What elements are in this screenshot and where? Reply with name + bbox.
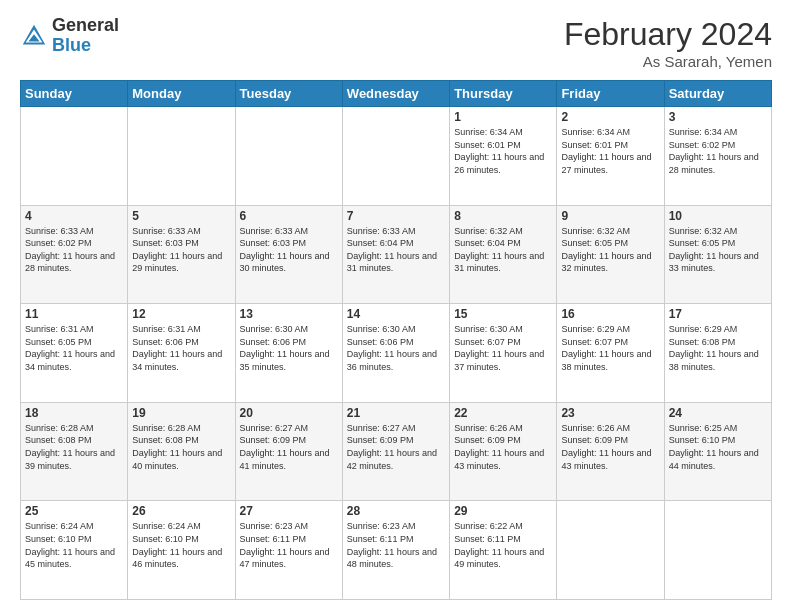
- day-number: 14: [347, 307, 445, 321]
- day-number: 20: [240, 406, 338, 420]
- logo-text: General Blue: [52, 16, 119, 56]
- calendar-cell: 16Sunrise: 6:29 AM Sunset: 6:07 PM Dayli…: [557, 304, 664, 403]
- calendar-cell: [21, 107, 128, 206]
- calendar-cell: 3Sunrise: 6:34 AM Sunset: 6:02 PM Daylig…: [664, 107, 771, 206]
- calendar-day-header: Saturday: [664, 81, 771, 107]
- day-number: 5: [132, 209, 230, 223]
- day-info: Sunrise: 6:28 AM Sunset: 6:08 PM Dayligh…: [25, 422, 123, 472]
- day-number: 9: [561, 209, 659, 223]
- day-info: Sunrise: 6:31 AM Sunset: 6:05 PM Dayligh…: [25, 323, 123, 373]
- calendar-cell: 9Sunrise: 6:32 AM Sunset: 6:05 PM Daylig…: [557, 205, 664, 304]
- day-number: 26: [132, 504, 230, 518]
- calendar-cell: 17Sunrise: 6:29 AM Sunset: 6:08 PM Dayli…: [664, 304, 771, 403]
- logo: General Blue: [20, 16, 119, 56]
- calendar-day-header: Tuesday: [235, 81, 342, 107]
- day-info: Sunrise: 6:30 AM Sunset: 6:06 PM Dayligh…: [347, 323, 445, 373]
- calendar-cell: 19Sunrise: 6:28 AM Sunset: 6:08 PM Dayli…: [128, 402, 235, 501]
- calendar-cell: [235, 107, 342, 206]
- calendar-cell: 25Sunrise: 6:24 AM Sunset: 6:10 PM Dayli…: [21, 501, 128, 600]
- calendar-cell: 2Sunrise: 6:34 AM Sunset: 6:01 PM Daylig…: [557, 107, 664, 206]
- day-info: Sunrise: 6:27 AM Sunset: 6:09 PM Dayligh…: [240, 422, 338, 472]
- calendar-week-row: 4Sunrise: 6:33 AM Sunset: 6:02 PM Daylig…: [21, 205, 772, 304]
- calendar-week-row: 18Sunrise: 6:28 AM Sunset: 6:08 PM Dayli…: [21, 402, 772, 501]
- calendar-cell: 22Sunrise: 6:26 AM Sunset: 6:09 PM Dayli…: [450, 402, 557, 501]
- day-info: Sunrise: 6:30 AM Sunset: 6:06 PM Dayligh…: [240, 323, 338, 373]
- calendar-cell: 12Sunrise: 6:31 AM Sunset: 6:06 PM Dayli…: [128, 304, 235, 403]
- day-number: 1: [454, 110, 552, 124]
- day-info: Sunrise: 6:26 AM Sunset: 6:09 PM Dayligh…: [454, 422, 552, 472]
- title-block: February 2024 As Sararah, Yemen: [564, 16, 772, 70]
- day-number: 6: [240, 209, 338, 223]
- day-info: Sunrise: 6:34 AM Sunset: 6:01 PM Dayligh…: [561, 126, 659, 176]
- calendar-cell: 27Sunrise: 6:23 AM Sunset: 6:11 PM Dayli…: [235, 501, 342, 600]
- day-info: Sunrise: 6:27 AM Sunset: 6:09 PM Dayligh…: [347, 422, 445, 472]
- calendar-cell: 15Sunrise: 6:30 AM Sunset: 6:07 PM Dayli…: [450, 304, 557, 403]
- day-info: Sunrise: 6:28 AM Sunset: 6:08 PM Dayligh…: [132, 422, 230, 472]
- calendar-week-row: 11Sunrise: 6:31 AM Sunset: 6:05 PM Dayli…: [21, 304, 772, 403]
- day-number: 25: [25, 504, 123, 518]
- calendar-cell: 11Sunrise: 6:31 AM Sunset: 6:05 PM Dayli…: [21, 304, 128, 403]
- calendar-cell: [664, 501, 771, 600]
- calendar-day-header: Sunday: [21, 81, 128, 107]
- calendar-cell: 13Sunrise: 6:30 AM Sunset: 6:06 PM Dayli…: [235, 304, 342, 403]
- day-number: 21: [347, 406, 445, 420]
- calendar-week-row: 1Sunrise: 6:34 AM Sunset: 6:01 PM Daylig…: [21, 107, 772, 206]
- day-number: 17: [669, 307, 767, 321]
- day-info: Sunrise: 6:23 AM Sunset: 6:11 PM Dayligh…: [347, 520, 445, 570]
- day-number: 11: [25, 307, 123, 321]
- calendar-cell: 26Sunrise: 6:24 AM Sunset: 6:10 PM Dayli…: [128, 501, 235, 600]
- day-number: 15: [454, 307, 552, 321]
- day-number: 22: [454, 406, 552, 420]
- month-title: February 2024: [564, 16, 772, 53]
- calendar-day-header: Friday: [557, 81, 664, 107]
- calendar-header-row: SundayMondayTuesdayWednesdayThursdayFrid…: [21, 81, 772, 107]
- calendar-table: SundayMondayTuesdayWednesdayThursdayFrid…: [20, 80, 772, 600]
- day-info: Sunrise: 6:23 AM Sunset: 6:11 PM Dayligh…: [240, 520, 338, 570]
- day-info: Sunrise: 6:26 AM Sunset: 6:09 PM Dayligh…: [561, 422, 659, 472]
- day-number: 23: [561, 406, 659, 420]
- day-info: Sunrise: 6:32 AM Sunset: 6:04 PM Dayligh…: [454, 225, 552, 275]
- calendar-cell: 29Sunrise: 6:22 AM Sunset: 6:11 PM Dayli…: [450, 501, 557, 600]
- day-number: 10: [669, 209, 767, 223]
- day-info: Sunrise: 6:24 AM Sunset: 6:10 PM Dayligh…: [25, 520, 123, 570]
- header: General Blue February 2024 As Sararah, Y…: [20, 16, 772, 70]
- page: General Blue February 2024 As Sararah, Y…: [0, 0, 792, 612]
- day-info: Sunrise: 6:32 AM Sunset: 6:05 PM Dayligh…: [561, 225, 659, 275]
- day-number: 13: [240, 307, 338, 321]
- calendar-cell: 18Sunrise: 6:28 AM Sunset: 6:08 PM Dayli…: [21, 402, 128, 501]
- day-info: Sunrise: 6:22 AM Sunset: 6:11 PM Dayligh…: [454, 520, 552, 570]
- day-info: Sunrise: 6:25 AM Sunset: 6:10 PM Dayligh…: [669, 422, 767, 472]
- day-number: 7: [347, 209, 445, 223]
- calendar-cell: 8Sunrise: 6:32 AM Sunset: 6:04 PM Daylig…: [450, 205, 557, 304]
- calendar-cell: 5Sunrise: 6:33 AM Sunset: 6:03 PM Daylig…: [128, 205, 235, 304]
- day-info: Sunrise: 6:32 AM Sunset: 6:05 PM Dayligh…: [669, 225, 767, 275]
- day-info: Sunrise: 6:24 AM Sunset: 6:10 PM Dayligh…: [132, 520, 230, 570]
- calendar-day-header: Monday: [128, 81, 235, 107]
- calendar-cell: 10Sunrise: 6:32 AM Sunset: 6:05 PM Dayli…: [664, 205, 771, 304]
- calendar-cell: 4Sunrise: 6:33 AM Sunset: 6:02 PM Daylig…: [21, 205, 128, 304]
- calendar-week-row: 25Sunrise: 6:24 AM Sunset: 6:10 PM Dayli…: [21, 501, 772, 600]
- calendar-cell: 7Sunrise: 6:33 AM Sunset: 6:04 PM Daylig…: [342, 205, 449, 304]
- day-info: Sunrise: 6:33 AM Sunset: 6:03 PM Dayligh…: [132, 225, 230, 275]
- calendar-cell: [128, 107, 235, 206]
- day-number: 24: [669, 406, 767, 420]
- calendar-cell: 24Sunrise: 6:25 AM Sunset: 6:10 PM Dayli…: [664, 402, 771, 501]
- logo-blue: Blue: [52, 36, 119, 56]
- calendar-cell: 23Sunrise: 6:26 AM Sunset: 6:09 PM Dayli…: [557, 402, 664, 501]
- day-number: 3: [669, 110, 767, 124]
- calendar-cell: 28Sunrise: 6:23 AM Sunset: 6:11 PM Dayli…: [342, 501, 449, 600]
- day-number: 28: [347, 504, 445, 518]
- logo-icon: [20, 22, 48, 50]
- day-number: 27: [240, 504, 338, 518]
- day-number: 4: [25, 209, 123, 223]
- day-info: Sunrise: 6:29 AM Sunset: 6:08 PM Dayligh…: [669, 323, 767, 373]
- calendar-cell: 1Sunrise: 6:34 AM Sunset: 6:01 PM Daylig…: [450, 107, 557, 206]
- day-info: Sunrise: 6:29 AM Sunset: 6:07 PM Dayligh…: [561, 323, 659, 373]
- day-info: Sunrise: 6:33 AM Sunset: 6:03 PM Dayligh…: [240, 225, 338, 275]
- day-number: 8: [454, 209, 552, 223]
- calendar-cell: [342, 107, 449, 206]
- day-number: 29: [454, 504, 552, 518]
- day-number: 18: [25, 406, 123, 420]
- day-number: 19: [132, 406, 230, 420]
- calendar-cell: 6Sunrise: 6:33 AM Sunset: 6:03 PM Daylig…: [235, 205, 342, 304]
